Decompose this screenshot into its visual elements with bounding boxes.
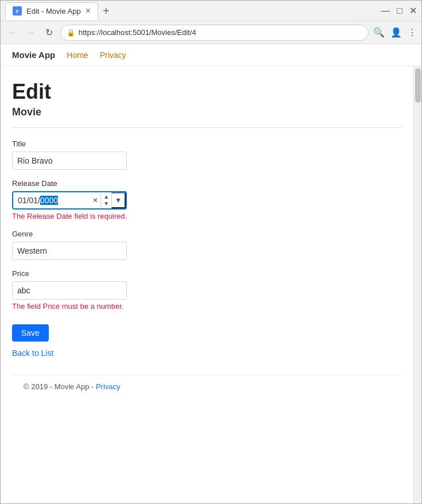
main-content: Edit Movie Title Release Date (1, 66, 413, 503)
price-input[interactable] (12, 281, 127, 300)
page-subheading: Movie (12, 106, 402, 118)
date-dropdown-button[interactable]: ▼ (111, 192, 126, 208)
scrollbar-area: Edit Movie Title Release Date (1, 66, 421, 503)
scrollbar-track[interactable] (413, 66, 421, 503)
page-heading: Edit (12, 80, 402, 104)
tab-favicon: e (13, 6, 22, 15)
footer-privacy-link[interactable]: Privacy (96, 382, 121, 391)
title-input[interactable] (12, 152, 127, 170)
navbar-home-link[interactable]: Home (67, 51, 88, 60)
address-icons: 🔍 👤 ⋮ (373, 27, 417, 38)
release-date-input-wrapper[interactable]: 01/01/0000 ✕ ▲ ▼ ▼ (12, 191, 127, 210)
save-button[interactable]: Save (12, 324, 49, 342)
account-icon[interactable]: 👤 (390, 27, 402, 38)
date-clear-button[interactable]: ✕ (90, 197, 100, 204)
edit-form: Title Release Date 01/01/0000 ✕ ▲ (12, 139, 402, 358)
price-error: The field Price must be a number. (12, 302, 402, 311)
lock-icon: 🔒 (67, 29, 75, 37)
back-button[interactable]: ← (5, 28, 19, 38)
release-date-form-group: Release Date 01/01/0000 ✕ ▲ ▼ ▼ (12, 179, 402, 220)
page-content: Movie App Home Privacy Edit Movie Title (1, 44, 421, 503)
release-date-partial: 01/01/ (18, 196, 40, 205)
footer-text: © 2019 - Movie App - (24, 382, 96, 391)
navbar-brand[interactable]: Movie App (12, 50, 55, 60)
footer: © 2019 - Movie App - Privacy (12, 375, 402, 398)
date-spin-down-button[interactable]: ▼ (101, 200, 111, 207)
title-bar: e Edit - Movie App × + — □ ✕ (1, 1, 421, 21)
new-tab-button[interactable]: + (100, 5, 112, 17)
back-to-list-link[interactable]: Back to List (12, 348, 402, 358)
tab-close-button[interactable]: × (86, 6, 91, 15)
release-date-label: Release Date (12, 179, 402, 188)
price-form-group: Price The field Price must be a number. (12, 269, 402, 311)
scrollbar-thumb[interactable] (415, 68, 421, 103)
url-bar[interactable]: 🔒 https://localhost:5001/Movies/Edit/4 (60, 25, 369, 41)
date-spin-up-button[interactable]: ▲ (101, 193, 111, 200)
tab-label: Edit - Movie App (26, 7, 81, 15)
navbar-privacy-link[interactable]: Privacy (100, 51, 126, 60)
section-divider (12, 127, 402, 128)
menu-icon[interactable]: ⋮ (408, 27, 417, 38)
search-icon[interactable]: 🔍 (373, 27, 385, 38)
title-form-group: Title (12, 139, 402, 170)
url-text: https://localhost:5001/Movies/Edit/4 (79, 28, 196, 37)
browser-tab[interactable]: e Edit - Movie App × (5, 2, 98, 20)
maximize-button[interactable]: □ (397, 6, 402, 16)
browser-window: e Edit - Movie App × + — □ ✕ ← → ↻ 🔒 htt… (0, 0, 422, 504)
date-spinner: ▲ ▼ (100, 193, 111, 207)
refresh-button[interactable]: ↻ (42, 27, 56, 38)
address-bar: ← → ↻ 🔒 https://localhost:5001/Movies/Ed… (1, 21, 421, 44)
window-controls: — □ ✕ (381, 5, 417, 16)
site-navbar: Movie App Home Privacy (1, 44, 421, 66)
close-window-button[interactable]: ✕ (409, 5, 417, 16)
genre-label: Genre (12, 230, 402, 238)
forward-button[interactable]: → (24, 28, 37, 38)
price-label: Price (12, 269, 402, 278)
release-date-error: The Release Date field is required. (12, 212, 402, 220)
genre-form-group: Genre (12, 230, 402, 260)
title-label: Title (12, 139, 402, 148)
release-date-text: 01/01/0000 (13, 193, 90, 207)
genre-input[interactable] (12, 242, 127, 260)
minimize-button[interactable]: — (381, 6, 390, 16)
release-date-year: 0000 (40, 196, 58, 205)
